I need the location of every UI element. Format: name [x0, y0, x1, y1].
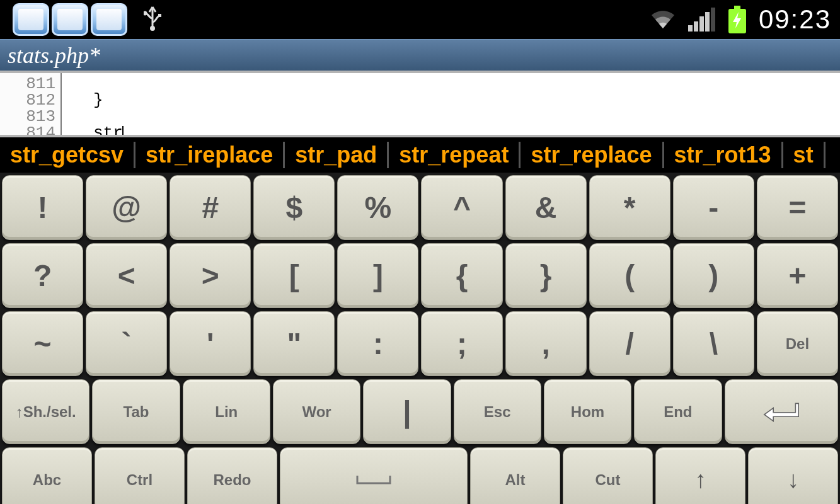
key-semicolon[interactable]: ; [421, 311, 502, 376]
key-pipe[interactable]: | [363, 379, 451, 444]
key-lt[interactable]: < [86, 243, 167, 308]
key-ctrl[interactable]: Ctrl [95, 447, 185, 504]
key-caret[interactable]: ^ [421, 175, 502, 240]
key-esc[interactable]: Esc [454, 379, 541, 444]
key-minus[interactable]: - [673, 175, 754, 240]
key-down[interactable]: ↓ [748, 447, 838, 504]
ac-suggestion[interactable]: str_rot13 [664, 142, 783, 168]
key-word[interactable]: Wor [273, 379, 360, 444]
key-colon[interactable]: : [337, 311, 418, 376]
key-slash[interactable]: / [589, 311, 670, 376]
line-number: 814 [0, 125, 55, 137]
recent-app-icon[interactable] [91, 3, 127, 36]
svg-rect-4 [694, 21, 698, 32]
key-lparen[interactable]: ( [589, 243, 670, 308]
autocomplete-bar: str_getcsv str_ireplace str_pad str_repe… [0, 137, 840, 173]
line-number: 811 [0, 76, 55, 92]
key-home[interactable]: Hom [544, 379, 631, 444]
key-shift-select[interactable]: ↑Sh./sel. [2, 379, 89, 444]
key-exclaim[interactable]: ! [2, 175, 83, 240]
recent-app-icon[interactable] [13, 3, 49, 36]
svg-point-2 [150, 26, 155, 31]
key-rparen[interactable]: ) [673, 243, 754, 308]
key-backslash[interactable]: \ [673, 311, 754, 376]
key-line[interactable]: Lin [183, 379, 270, 444]
svg-rect-6 [705, 12, 710, 32]
ac-suggestion[interactable]: st [783, 142, 826, 168]
key-tilde[interactable]: ~ [2, 311, 83, 376]
code-editor[interactable]: 811 812 813 814 } str echo '<br>'; $days… [0, 71, 840, 137]
line-number: 812 [0, 92, 55, 108]
key-at[interactable]: @ [86, 175, 167, 240]
code-line[interactable]: str [93, 125, 418, 137]
key-tab[interactable]: Tab [92, 379, 180, 444]
key-dollar[interactable]: $ [253, 175, 335, 240]
svg-rect-1 [158, 14, 161, 17]
recent-app-icon[interactable] [52, 3, 88, 36]
svg-rect-3 [688, 25, 693, 32]
key-gt[interactable]: > [170, 243, 251, 308]
on-screen-keyboard: ! @ # $ % ^ & * - = ? < > [ ] { } ( ) + … [0, 173, 840, 504]
key-percent[interactable]: % [337, 175, 418, 240]
key-up[interactable]: ↑ [655, 447, 745, 504]
key-equals[interactable]: = [757, 175, 838, 240]
clock: 09:23 [759, 4, 831, 35]
usb-icon [144, 3, 161, 37]
key-end[interactable]: End [634, 379, 722, 444]
code-content[interactable]: } str echo '<br>'; $days=$nonEmptyCols/(… [62, 73, 418, 135]
battery-charging-icon [727, 6, 747, 33]
ac-suggestion[interactable]: str_ireplace [135, 142, 285, 168]
key-del[interactable]: Del [757, 311, 838, 376]
key-redo[interactable]: Redo [187, 447, 277, 504]
ac-suggestion[interactable]: str_repeat [389, 142, 521, 168]
key-abc[interactable]: Abc [2, 447, 92, 504]
recent-apps [13, 3, 130, 36]
key-rbracket[interactable]: ] [337, 243, 418, 308]
ac-suggestion[interactable]: str_replace [521, 142, 664, 168]
svg-rect-8 [734, 6, 740, 9]
key-amp[interactable]: & [505, 175, 587, 240]
key-backtick[interactable]: ` [86, 311, 167, 376]
key-rbrace[interactable]: } [505, 243, 587, 308]
ac-suggestion[interactable]: str_getcsv [0, 142, 135, 168]
key-comma[interactable]: , [505, 311, 587, 376]
svg-rect-5 [699, 16, 704, 32]
document-title: stats.php* [8, 42, 100, 69]
key-lbracket[interactable]: [ [253, 243, 335, 308]
svg-point-0 [144, 12, 146, 14]
key-hash[interactable]: # [170, 175, 251, 240]
ac-suggestion[interactable]: str_pad [285, 142, 389, 168]
key-alt[interactable]: Alt [470, 447, 560, 504]
wifi-icon [649, 8, 677, 31]
key-dquote[interactable]: " [253, 311, 335, 376]
signal-icon [688, 8, 716, 32]
key-star[interactable]: * [589, 175, 670, 240]
key-squote[interactable]: ' [170, 311, 251, 376]
key-lbrace[interactable]: { [421, 243, 502, 308]
line-number: 813 [0, 108, 55, 125]
status-bar: 09:23 [0, 0, 840, 39]
key-enter[interactable] [725, 379, 839, 444]
key-cut[interactable]: Cut [563, 447, 653, 504]
svg-rect-7 [711, 8, 715, 32]
code-line[interactable]: } [93, 92, 418, 108]
line-gutter: 811 812 813 814 [0, 73, 62, 135]
title-bar: stats.php* [0, 39, 840, 71]
key-plus[interactable]: + [757, 243, 838, 308]
key-space[interactable] [280, 447, 468, 504]
text-cursor [122, 126, 124, 137]
key-question[interactable]: ? [2, 243, 83, 308]
